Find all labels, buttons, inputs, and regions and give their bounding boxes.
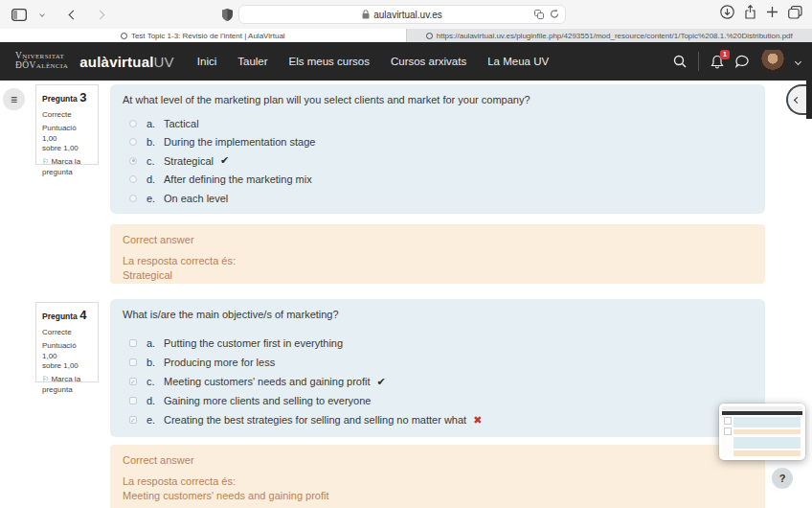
question-mark-icon: ?: [779, 473, 786, 484]
question-text: What is/are the main objective/s of mark…: [123, 309, 753, 320]
help-button[interactable]: ?: [772, 468, 793, 489]
downloads-icon[interactable]: [720, 5, 734, 19]
main-nav: Inici Tauler Els meus cursos Cursos arxi…: [197, 56, 549, 67]
site-navbar: Vniversitat ĐŎValència aulàvirtualUV Ini…: [0, 42, 812, 81]
question-4-info: Pregunta 4 Correcte Puntuació 1,00 sobre…: [35, 302, 99, 382]
quiz-nav-drawer-toggle[interactable]: ≡: [3, 88, 25, 110]
radio-unchecked[interactable]: [129, 175, 137, 183]
question-grade: Puntuació 1,00 sobre 1,00: [42, 341, 92, 371]
question-state: Correcte: [42, 328, 92, 337]
radio-checked[interactable]: [129, 157, 137, 165]
notification-badge: 1: [720, 50, 730, 59]
block-drawer-edge: [806, 81, 812, 119]
flag-question-link[interactable]: ⚐ Marca la pregunta: [42, 375, 92, 395]
university-logo[interactable]: Vniversitat ĐŎValència: [15, 52, 68, 71]
page-preview-thumbnail[interactable]: [719, 404, 805, 460]
answer-option[interactable]: c. Strategical: [123, 151, 753, 171]
translate-icon[interactable]: [534, 10, 544, 19]
notifications-bell-icon[interactable]: 1: [710, 55, 724, 69]
question-4-block: What is/are the main objective/s of mark…: [110, 299, 765, 437]
back-button[interactable]: [63, 5, 82, 24]
answer-option[interactable]: a. Putting the customer first in everyth…: [123, 334, 753, 353]
chevron-left-icon: [794, 96, 801, 103]
block-drawer-toggle[interactable]: [786, 84, 806, 115]
answer-option[interactable]: e. Creating the best strategies for sell…: [123, 410, 753, 429]
messages-icon[interactable]: [735, 55, 750, 68]
flag-icon: ⚐: [42, 375, 49, 383]
tab-overview-icon[interactable]: [788, 6, 802, 19]
tab-favicon: [121, 33, 127, 39]
user-menu-chevron-icon[interactable]: [795, 58, 801, 64]
nav-item-la-meua-uv[interactable]: La Meua UV: [487, 56, 549, 67]
correct-mark-icon: [220, 154, 229, 167]
quiz-review-page: ≡ Pregunta 3 Correcte Puntuació 1,00 sob…: [0, 81, 812, 508]
privacy-shield-icon[interactable]: [222, 9, 233, 21]
search-icon[interactable]: [673, 55, 687, 68]
checkbox-unchecked[interactable]: [129, 339, 137, 347]
correct-mark-icon: [377, 376, 386, 388]
sidebar-menu-chevron-icon[interactable]: [33, 5, 52, 24]
question-3-block: At what level of the marketing plan will…: [110, 84, 765, 214]
question-3-feedback: Correct answer La resposta correcta és: …: [110, 224, 765, 284]
nav-item-inici[interactable]: Inici: [197, 56, 216, 67]
radio-unchecked[interactable]: [129, 195, 137, 202]
list-icon: ≡: [11, 93, 17, 106]
nav-item-tauler[interactable]: Tauler: [237, 56, 267, 67]
url-text: aulavirtual.uv.es: [373, 10, 442, 20]
tab-quiz-review[interactable]: Test Topic 1-3: Revisió de l'intent | Au…: [0, 29, 406, 42]
browser-chrome: aulavirtual.uv.es: [0, 0, 812, 42]
nav-item-els-meus-cursos[interactable]: Els meus cursos: [289, 56, 370, 67]
question-4-feedback: Correct answer La resposta correcta és: …: [110, 445, 765, 508]
answer-option[interactable]: e. On each level: [123, 189, 753, 208]
share-icon[interactable]: [744, 5, 756, 19]
avatar[interactable]: [761, 50, 784, 73]
flag-question-link[interactable]: ⚐ Marca la pregunta: [42, 157, 92, 177]
answer-option[interactable]: d. After defining the marketing mix: [123, 171, 753, 190]
page-preview-content: [722, 406, 802, 457]
tab-bar: Test Topic 1-3: Revisió de l'intent | Au…: [0, 29, 812, 42]
question-text: At what level of the marketing plan will…: [123, 94, 753, 105]
browser-toolbar: aulavirtual.uv.es: [0, 0, 812, 29]
browser-window: aulavirtual.uv.es: [0, 0, 812, 508]
answer-option[interactable]: b. During the implementation stage: [123, 133, 753, 152]
sidebar-toggle-icon[interactable]: [10, 5, 29, 24]
new-tab-icon[interactable]: [766, 6, 778, 18]
flag-icon: ⚐: [42, 157, 49, 166]
question-grade: Puntuació 1,00 sobre 1,00: [42, 124, 92, 153]
question-3-info: Pregunta 3 Correcte Puntuació 1,00 sobre…: [35, 84, 99, 165]
tab-title: https://aulavirtual.uv.es/pluginfile.php…: [437, 32, 793, 40]
answer-option[interactable]: d. Gaining more clients and selling to e…: [123, 391, 753, 410]
forward-button: [90, 5, 109, 24]
reload-icon[interactable]: [550, 9, 559, 19]
answer-option[interactable]: a. Tactical: [123, 114, 753, 133]
tab-title: Test Topic 1-3: Revisió de l'intent | Au…: [131, 32, 285, 40]
question-state: Correcte: [42, 110, 92, 120]
incorrect-mark-icon: [473, 414, 482, 427]
aulavirtual-logo[interactable]: aulàvirtualUV: [79, 54, 173, 70]
checkbox-checked[interactable]: [129, 378, 137, 385]
radio-unchecked[interactable]: [129, 120, 137, 127]
divider: [698, 52, 699, 71]
answer-option[interactable]: c. Meeting customers' needs and gaining …: [123, 372, 753, 391]
address-bar[interactable]: aulavirtual.uv.es: [238, 5, 566, 24]
checkbox-checked[interactable]: [129, 416, 137, 424]
lock-icon: [362, 10, 370, 19]
radio-unchecked[interactable]: [129, 138, 137, 146]
checkbox-unchecked[interactable]: [129, 358, 137, 366]
nav-item-cursos-arxivats[interactable]: Cursos arxivats: [391, 56, 466, 67]
answer-option[interactable]: b. Producing more for less: [123, 353, 753, 372]
checkbox-unchecked[interactable]: [129, 397, 137, 404]
tab-pdf-resource[interactable]: https://aulavirtual.uv.es/pluginfile.php…: [406, 29, 812, 42]
tab-favicon: [426, 33, 433, 39]
